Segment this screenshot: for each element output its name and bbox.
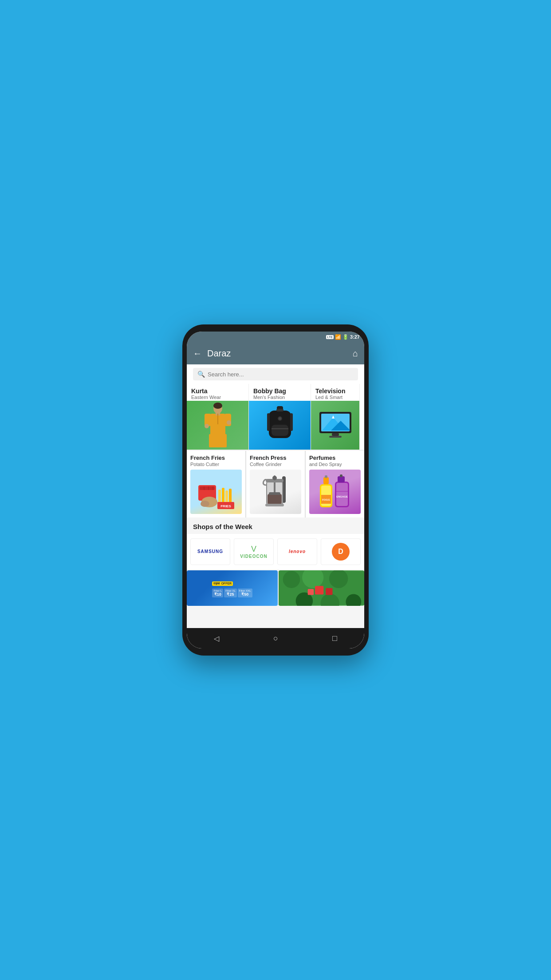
nav-bar: ◁ ○ □ bbox=[187, 628, 364, 648]
svg-point-7 bbox=[205, 424, 209, 428]
svg-rect-50 bbox=[325, 475, 327, 478]
fiber-boxes: Fiber L ₹10 Fiber XL ₹25 Fiber XXL ₹50 bbox=[212, 589, 252, 597]
shop-videocon[interactable]: V VIDEOCON bbox=[234, 538, 274, 565]
svg-point-32 bbox=[201, 501, 209, 507]
perf-title: Perfumes bbox=[309, 454, 361, 462]
videocon-label: VIDEOCON bbox=[240, 554, 267, 559]
perf-image: FOGG ENGAGE bbox=[309, 470, 361, 514]
videocon-icon: V bbox=[240, 545, 267, 554]
featured-card-bag[interactable]: Bobby Bag Men's Fashion bbox=[249, 384, 311, 450]
featured-card-kurta[interactable]: Kurta Eastern Wear bbox=[187, 384, 249, 450]
shops-row: SAMSUNG V VIDEOCON lenovo D bbox=[187, 534, 364, 569]
search-input[interactable] bbox=[208, 371, 354, 378]
green-promo-illustration bbox=[279, 570, 364, 606]
back-button[interactable]: ← bbox=[193, 348, 202, 359]
fiber-l: Fiber L ₹10 bbox=[212, 589, 223, 597]
tv-subtitle: Led & Smart bbox=[315, 395, 355, 400]
svg-point-1 bbox=[213, 403, 222, 409]
lenovo-logo: lenovo bbox=[289, 549, 306, 554]
tv-illustration bbox=[318, 407, 353, 443]
app-title: Daraz bbox=[207, 348, 353, 359]
svg-rect-16 bbox=[290, 413, 293, 431]
fp-title: French Press bbox=[250, 454, 301, 462]
ff-illustration: FRIES bbox=[196, 472, 236, 512]
bag-illustration bbox=[264, 404, 295, 447]
tv-image bbox=[311, 401, 359, 450]
offer-label: तड़का OFFER bbox=[212, 581, 233, 586]
svg-rect-36 bbox=[229, 489, 232, 503]
promo-banner-green[interactable] bbox=[279, 570, 364, 606]
svg-point-60 bbox=[283, 571, 300, 588]
svg-point-18 bbox=[279, 417, 281, 420]
tv-label: Television Led & Smart bbox=[311, 384, 359, 401]
svg-rect-54 bbox=[336, 483, 348, 506]
shop-lenovo[interactable]: lenovo bbox=[277, 538, 317, 565]
phone-screen: LTE 📶 🔋 3:27 ← Daraz ⌂ 🔍 bbox=[187, 332, 364, 648]
svg-rect-25 bbox=[329, 436, 342, 438]
svg-rect-34 bbox=[222, 488, 224, 503]
product-card-perf[interactable]: Perfumes and Deo Spray FOGG bbox=[306, 451, 364, 518]
kurta-title: Kurta bbox=[191, 387, 244, 395]
fp-subtitle: Coffee Grinder bbox=[250, 462, 301, 467]
promo-row: तड़का OFFER Fiber L ₹10 Fiber XL ₹25 bbox=[187, 570, 364, 606]
perf-illustration: FOGG ENGAGE bbox=[317, 472, 353, 512]
content-scroll: Kurta Eastern Wear bbox=[187, 384, 364, 628]
home-button[interactable]: ⌂ bbox=[353, 348, 358, 359]
svg-rect-55 bbox=[338, 476, 345, 482]
products-grid: French Fries Potato Cutter bbox=[187, 451, 364, 518]
shops-section-title: Shops of the Week bbox=[187, 518, 364, 534]
daraz-logo: D bbox=[332, 543, 350, 561]
search-bar: 🔍 bbox=[187, 364, 364, 384]
fp-image bbox=[250, 470, 301, 514]
kurta-label: Kurta Eastern Wear bbox=[187, 384, 248, 401]
svg-rect-35 bbox=[225, 490, 228, 503]
ff-title: French Fries bbox=[190, 454, 242, 462]
product-card-fp[interactable]: French Press Coffee Grinder bbox=[246, 451, 305, 518]
svg-rect-49 bbox=[323, 477, 329, 484]
nav-recent-button[interactable]: □ bbox=[332, 634, 337, 643]
status-icons: LTE 📶 🔋 3:27 bbox=[326, 334, 360, 340]
ff-subtitle: Potato Cutter bbox=[190, 462, 242, 467]
samsung-logo: SAMSUNG bbox=[197, 549, 223, 554]
kurta-illustration bbox=[202, 402, 233, 449]
svg-text:FOGG: FOGG bbox=[322, 498, 330, 501]
search-icon: 🔍 bbox=[197, 371, 205, 378]
fiber-xl: Fiber XL ₹25 bbox=[224, 589, 237, 597]
nav-back-button[interactable]: ◁ bbox=[214, 634, 219, 643]
fp-illustration bbox=[260, 472, 291, 512]
bag-image bbox=[249, 401, 311, 450]
svg-text:FRIES: FRIES bbox=[220, 504, 231, 508]
svg-rect-67 bbox=[315, 586, 323, 594]
search-input-wrap[interactable]: 🔍 bbox=[193, 368, 358, 380]
kurta-image bbox=[187, 401, 248, 450]
product-card-ff[interactable]: French Fries Potato Cutter bbox=[187, 451, 245, 518]
signal-icon: 📶 bbox=[335, 334, 341, 340]
bag-subtitle: Men's Fashion bbox=[253, 395, 306, 400]
svg-rect-68 bbox=[326, 588, 332, 595]
lte-icon: LTE bbox=[326, 335, 334, 339]
svg-rect-56 bbox=[340, 474, 342, 477]
shop-samsung[interactable]: SAMSUNG bbox=[190, 538, 230, 565]
shop-daraz[interactable]: D bbox=[321, 538, 361, 565]
svg-rect-43 bbox=[269, 492, 280, 495]
svg-rect-6 bbox=[209, 434, 227, 447]
videocon-logo-wrap: V VIDEOCON bbox=[240, 545, 267, 559]
bag-label: Bobby Bag Men's Fashion bbox=[249, 384, 311, 401]
ff-image: FRIES bbox=[190, 470, 242, 514]
svg-rect-33 bbox=[218, 490, 221, 503]
featured-card-tv[interactable]: Television Led & Smart bbox=[311, 384, 360, 450]
status-bar: LTE 📶 🔋 3:27 bbox=[187, 332, 364, 342]
promo-banner-fiber[interactable]: तड़का OFFER Fiber L ₹10 Fiber XL ₹25 bbox=[187, 570, 278, 606]
perf-subtitle: and Deo Spray bbox=[309, 462, 361, 467]
svg-rect-14 bbox=[276, 409, 283, 411]
bag-title: Bobby Bag bbox=[253, 387, 306, 395]
kurta-subtitle: Eastern Wear bbox=[191, 395, 244, 400]
svg-rect-41 bbox=[268, 494, 282, 504]
svg-text:ENGAGE: ENGAGE bbox=[336, 495, 348, 498]
svg-point-8 bbox=[227, 420, 231, 425]
promo-left-content: तड़का OFFER Fiber L ₹10 Fiber XL ₹25 bbox=[212, 578, 252, 597]
svg-rect-27 bbox=[200, 486, 215, 490]
svg-rect-69 bbox=[308, 589, 314, 595]
nav-home-button[interactable]: ○ bbox=[273, 634, 278, 643]
svg-rect-24 bbox=[332, 433, 339, 436]
